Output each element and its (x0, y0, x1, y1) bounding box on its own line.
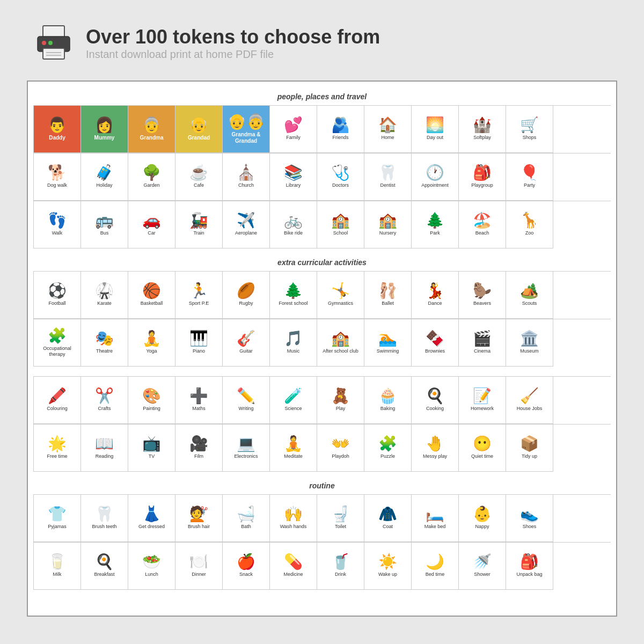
token-wash-hands[interactable]: 🙌Wash hands (270, 495, 317, 542)
token-breakfast[interactable]: 🍳Breakfast (81, 543, 128, 590)
token-museum[interactable]: 🏛️Museum (506, 319, 553, 367)
token-train[interactable]: 🚂Train (175, 201, 223, 248)
token-forest-school[interactable]: 🌲Forest school (270, 272, 317, 319)
token-family[interactable]: 💕Family (270, 106, 317, 153)
token-sport-p.e[interactable]: 🏃Sport P.E (175, 272, 223, 319)
token-lunch[interactable]: 🥗Lunch (128, 543, 175, 590)
token-play[interactable]: 🧸Play (317, 377, 364, 424)
token-theatre[interactable]: 🎭Theatre (81, 319, 128, 367)
token-science[interactable]: 🧪Science (270, 377, 317, 424)
token-library[interactable]: 📚Library (270, 153, 317, 201)
token-guitar[interactable]: 🎸Guitar (223, 319, 270, 367)
token-walk[interactable]: 👣Walk (34, 201, 81, 248)
token-garden[interactable]: 🌳Garden (128, 153, 175, 201)
token-party[interactable]: 🎈Party (506, 153, 553, 201)
token-nappy[interactable]: 👶Nappy (459, 495, 506, 542)
token-grandad[interactable]: 👴Grandad (175, 106, 223, 153)
token-maths[interactable]: ➕Maths (175, 377, 223, 424)
token-aeroplane[interactable]: ✈️Aeroplane (223, 201, 270, 248)
token-cafe[interactable]: ☕Cafe (175, 153, 223, 201)
token-electronics[interactable]: 💻Electronics (223, 425, 270, 472)
token-toilet[interactable]: 🚽Toilet (317, 495, 364, 542)
token-yoga[interactable]: 🧘Yoga (128, 319, 175, 367)
token-brush-teeth[interactable]: 🦷Brush teeth (81, 495, 128, 542)
token-car[interactable]: 🚗Car (128, 201, 175, 248)
token-mummy[interactable]: 👩Mummy (81, 106, 128, 153)
token-pyjamas[interactable]: 👕Pyjamas (34, 495, 81, 542)
token-reading[interactable]: 📖Reading (81, 425, 128, 472)
token-meditate[interactable]: 🧘Meditate (270, 425, 317, 472)
token-painting[interactable]: 🎨Painting (128, 377, 175, 424)
token-football[interactable]: ⚽Football (34, 272, 81, 319)
token-baking[interactable]: 🧁Baking (364, 377, 412, 424)
token-school[interactable]: 🏫School (317, 201, 364, 248)
token-coat[interactable]: 🧥Coat (364, 495, 412, 542)
token-medicine[interactable]: 💊Medicine (270, 543, 317, 590)
token-ballet[interactable]: 🩰Ballet (364, 272, 412, 319)
token-cooking[interactable]: 🍳Cooking (412, 377, 459, 424)
token-appointment[interactable]: 🕐Appointment (412, 153, 459, 201)
token-doctors[interactable]: 🩺Doctors (317, 153, 364, 201)
token-label-cafe: Cafe (194, 182, 204, 188)
token-tv[interactable]: 📺TV (128, 425, 175, 472)
token-rugby[interactable]: 🏉Rugby (223, 272, 270, 319)
token-get-dressed[interactable]: 👗Get dressed (128, 495, 175, 542)
token-beach[interactable]: 🏖️Beach (459, 201, 506, 248)
token-puzzle[interactable]: 🧩Puzzle (364, 425, 412, 472)
token-snack[interactable]: 🍎Snack (223, 543, 270, 590)
token-crafts[interactable]: ✂️Crafts (81, 377, 128, 424)
token-day-out[interactable]: 🌅Day out (412, 106, 459, 153)
token-zoo[interactable]: 🦒Zoo (506, 201, 553, 248)
token-milk[interactable]: 🥛Milk (34, 543, 81, 590)
token-beavers[interactable]: 🦫Beavers (459, 272, 506, 319)
token-basketball[interactable]: 🏀Basketball (128, 272, 175, 319)
token-bus[interactable]: 🚌Bus (81, 201, 128, 248)
token-daddy[interactable]: 👨Daddy (34, 106, 81, 153)
token-playdoh[interactable]: 👐Playdoh (317, 425, 364, 472)
token-dentist[interactable]: 🦷Dentist (364, 153, 412, 201)
token-holiday[interactable]: 🧳Holiday (81, 153, 128, 201)
token-shoes[interactable]: 👟Shoes (506, 495, 553, 542)
token-writing[interactable]: ✏️Writing (223, 377, 270, 424)
token-scouts[interactable]: 🏕️Scouts (506, 272, 553, 319)
token-bed-time[interactable]: 🌙Bed time (412, 543, 459, 590)
token-occupational-therapy[interactable]: 🧩Occupational therapy (34, 319, 81, 367)
token-cinema[interactable]: 🎬Cinema (459, 319, 506, 367)
token-quiet-time[interactable]: 😶Quiet time (459, 425, 506, 472)
token-friends[interactable]: 🫂Friends (317, 106, 364, 153)
token-drink[interactable]: 🥤Drink (317, 543, 364, 590)
token-karate[interactable]: 🥋Karate (81, 272, 128, 319)
token-film[interactable]: 🎥Film (175, 425, 223, 472)
token-brush-hair[interactable]: 💇Brush hair (175, 495, 223, 542)
token-music[interactable]: 🎵Music (270, 319, 317, 367)
token-house-jobs[interactable]: 🧹House Jobs (506, 377, 553, 424)
token-gymnastics[interactable]: 🤸Gymnastics (317, 272, 364, 319)
token-tidy-up[interactable]: 📦Tidy up (506, 425, 553, 472)
token-homework[interactable]: 📝Homework (459, 377, 506, 424)
token-bath[interactable]: 🛁Bath (223, 495, 270, 542)
token-grandma-&-grandad[interactable]: 👴👵Grandma & Grandad (223, 106, 270, 153)
token-shower[interactable]: 🚿Shower (459, 543, 506, 590)
token-church[interactable]: ⛪Church (223, 153, 270, 201)
token-messy-play[interactable]: 🤚Messy play (412, 425, 459, 472)
token-swimming[interactable]: 🏊Swimming (364, 319, 412, 367)
token-shops[interactable]: 🛒Shops (506, 106, 553, 153)
token-grandma[interactable]: 👵Grandma (128, 106, 175, 153)
token-brownies[interactable]: 🍫Brownies (412, 319, 459, 367)
token-home[interactable]: 🏠Home (364, 106, 412, 153)
token-nursery[interactable]: 🏫Nursery (364, 201, 412, 248)
token-dance[interactable]: 💃Dance (412, 272, 459, 319)
token-free-time[interactable]: 🌟Free time (34, 425, 81, 472)
token-make-bed[interactable]: 🛏️Make bed (412, 495, 459, 542)
token-unpack-bag[interactable]: 🎒Unpack bag (506, 543, 553, 590)
token-park[interactable]: 🌲Park (412, 201, 459, 248)
token-piano[interactable]: 🎹Piano (175, 319, 223, 367)
token-softplay[interactable]: 🏰Softplay (459, 106, 506, 153)
token-colouring[interactable]: 🖍️Colouring (34, 377, 81, 424)
token-playgroup[interactable]: 🎒Playgroup (459, 153, 506, 201)
token-dinner[interactable]: 🍽️Dinner (175, 543, 223, 590)
token-after-school-club[interactable]: 🏫After school club (317, 319, 364, 367)
token-bike-ride[interactable]: 🚲Bike ride (270, 201, 317, 248)
token-dog-walk[interactable]: 🐕Dog walk (34, 153, 81, 201)
token-wake-up[interactable]: ☀️Wake up (364, 543, 412, 590)
